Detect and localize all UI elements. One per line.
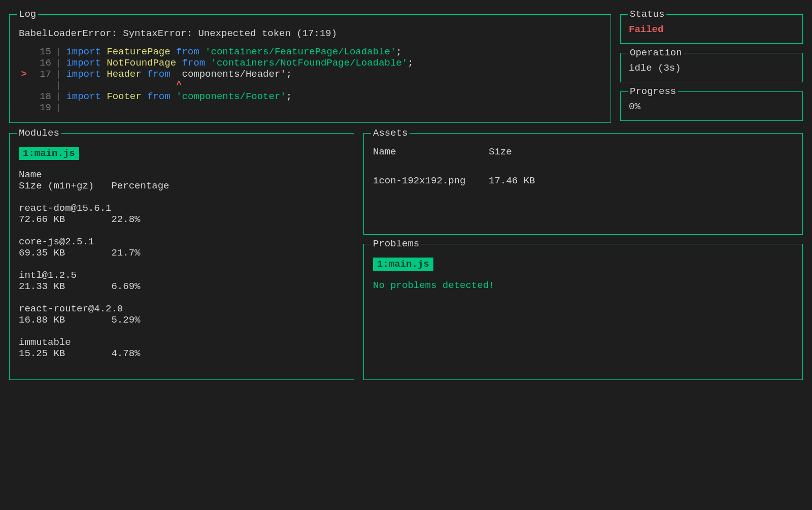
gutter-bar: | — [55, 69, 66, 80]
progress-title: Progress — [628, 86, 678, 97]
problems-title: Problems — [371, 238, 421, 249]
gutter-bar: | — [55, 57, 66, 69]
module-item: intl@1.2.5 21.33 KB 6.69% — [19, 270, 345, 292]
code-identifier: FeaturePage — [107, 46, 176, 57]
gutter-mark — [19, 46, 28, 57]
assets-panel: Assets Name Size icon-192x192.png 17.46 … — [363, 133, 803, 235]
line-number: 16 — [28, 57, 55, 69]
progress-value: 0% — [629, 101, 794, 112]
code-from: from — [176, 46, 205, 57]
modules-title: Modules — [17, 128, 61, 139]
line-number: 19 — [28, 102, 55, 113]
modules-panel: Modules 1:main.js Name Size (min+gz) Per… — [9, 133, 354, 380]
problems-panel: Problems 1:main.js No problems detected! — [363, 244, 803, 380]
gutter-mark — [19, 80, 28, 91]
assets-title: Assets — [371, 128, 410, 139]
code-plain: components/Header'; — [176, 69, 292, 80]
line-number: 17 — [28, 69, 55, 80]
code-tail: ; — [408, 57, 413, 69]
code-tail: ; — [396, 46, 401, 57]
log-error-message: BabelLoaderError: SyntaxError: Unexpecte… — [19, 28, 601, 39]
code-keyword: import — [66, 91, 107, 102]
module-item: immutable 15.25 KB 4.78% — [19, 337, 345, 359]
code-line: | ^ — [19, 80, 601, 91]
code-identifier: NotFoundPage — [107, 57, 182, 69]
code-block: 15|import FeaturePage from 'containers/F… — [19, 46, 601, 113]
gutter-bar: | — [55, 102, 66, 113]
error-caret: ^ — [66, 80, 182, 91]
modules-header: Name Size (min+gz) Percentage — [19, 169, 345, 192]
code-line: 18|import Footer from 'components/Footer… — [19, 91, 601, 102]
operation-title: Operation — [628, 47, 684, 58]
code-tail: ; — [286, 91, 292, 102]
modules-tab[interactable]: 1:main.js — [19, 147, 79, 160]
code-keyword: import — [66, 46, 107, 57]
code-from: from — [182, 57, 211, 69]
gutter-mark — [19, 57, 28, 69]
code-string: 'containers/NotFoundPage/Loadable' — [211, 57, 408, 69]
gutter-mark — [19, 102, 28, 113]
status-panel: Status Failed — [620, 14, 803, 44]
module-item: core-js@2.5.1 69.35 KB 21.7% — [19, 236, 345, 259]
code-from: from — [147, 91, 176, 102]
status-value: Failed — [629, 24, 794, 35]
assets-body: Name Size icon-192x192.png 17.46 KB — [373, 145, 793, 188]
module-item: react-router@4.2.0 16.88 KB 5.29% — [19, 303, 345, 326]
gutter-bar: | — [55, 80, 66, 91]
code-line: >17|import Header from components/Header… — [19, 69, 601, 80]
gutter-mark: > — [19, 69, 28, 80]
line-number — [28, 80, 55, 91]
code-line: 19| — [19, 102, 601, 113]
operation-panel: Operation idle (3s) — [620, 53, 803, 82]
modules-list: react-dom@15.6.1 72.66 KB 22.8%core-js@2… — [19, 203, 345, 359]
module-item: react-dom@15.6.1 72.66 KB 22.8% — [19, 203, 345, 225]
code-from: from — [147, 69, 176, 80]
status-title: Status — [628, 9, 666, 20]
code-line: 15|import FeaturePage from 'containers/F… — [19, 46, 601, 57]
log-panel: Log BabelLoaderError: SyntaxError: Unexp… — [9, 14, 611, 123]
gutter-bar: | — [55, 46, 66, 57]
problems-message: No problems detected! — [373, 280, 793, 291]
gutter-mark — [19, 91, 28, 102]
line-number: 15 — [28, 46, 55, 57]
code-identifier: Header — [107, 69, 147, 80]
code-string: 'containers/FeaturePage/Loadable' — [205, 46, 396, 57]
code-keyword: import — [66, 69, 107, 80]
operation-value: idle (3s) — [629, 62, 794, 74]
line-number: 18 — [28, 91, 55, 102]
code-string: 'components/Footer' — [176, 91, 286, 102]
gutter-bar: | — [55, 91, 66, 102]
progress-panel: Progress 0% — [620, 91, 803, 121]
code-line: 16|import NotFoundPage from 'containers/… — [19, 57, 601, 69]
code-identifier: Footer — [107, 91, 147, 102]
code-keyword: import — [66, 57, 107, 69]
log-title: Log — [17, 9, 38, 20]
problems-tab[interactable]: 1:main.js — [373, 258, 433, 271]
